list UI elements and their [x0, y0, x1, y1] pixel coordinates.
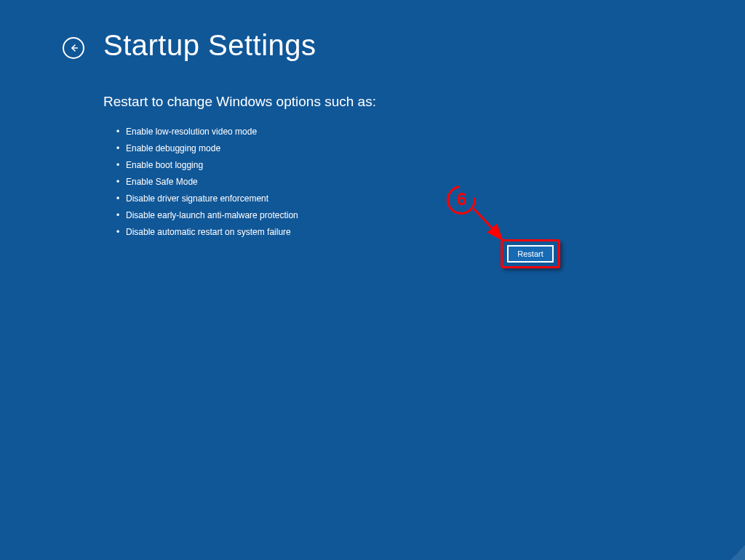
list-item: Enable boot logging — [116, 156, 745, 173]
list-item: Disable driver signature enforcement — [116, 190, 745, 207]
list-item: Disable automatic restart on system fail… — [116, 223, 745, 240]
list-item: Enable Safe Mode — [116, 173, 745, 190]
list-item: Enable low-resolution video mode — [116, 123, 745, 140]
restart-button[interactable]: Restart — [507, 245, 554, 263]
list-item: Enable debugging mode — [116, 140, 745, 156]
list-item: Disable early-launch anti-malware protec… — [116, 207, 745, 223]
page-title: Startup Settings — [103, 29, 316, 62]
corner-decoration — [730, 545, 745, 560]
back-button[interactable] — [63, 37, 84, 59]
restart-subtitle: Restart to change Windows options such a… — [103, 94, 745, 110]
startup-options-list: Enable low-resolution video mode Enable … — [103, 123, 745, 240]
back-arrow-icon — [68, 42, 79, 54]
